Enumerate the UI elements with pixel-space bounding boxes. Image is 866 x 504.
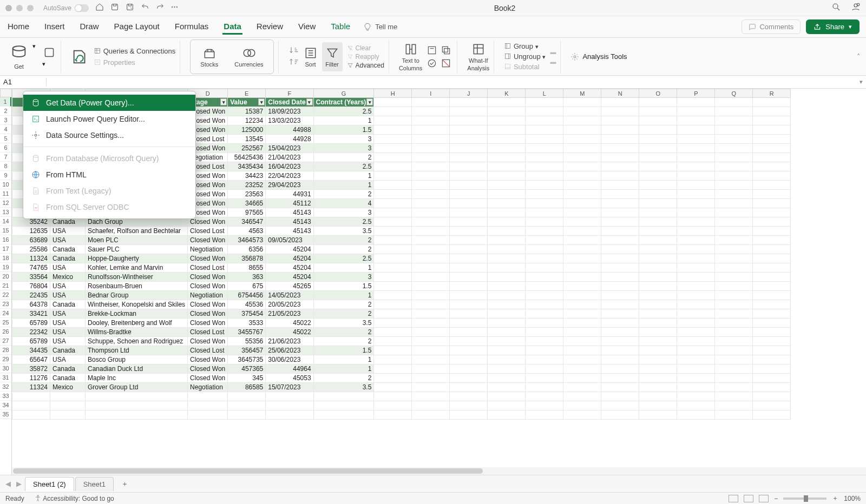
cell[interactable] (677, 199, 715, 208)
cell[interactable] (563, 135, 601, 144)
cell[interactable] (639, 263, 677, 273)
cell[interactable]: 3435434 (228, 162, 266, 171)
cell[interactable]: Closed Won (188, 282, 228, 291)
cell[interactable] (563, 291, 601, 300)
cell[interactable] (266, 401, 313, 410)
cell[interactable] (488, 337, 526, 346)
cell[interactable] (86, 392, 188, 401)
cell[interactable] (563, 125, 601, 135)
row-header[interactable]: 7 (0, 152, 11, 162)
cell[interactable]: 63689 (12, 236, 50, 245)
cell[interactable]: Closed Lost (188, 227, 228, 236)
cell[interactable] (266, 410, 313, 420)
cell[interactable] (412, 355, 450, 364)
cell[interactable] (601, 208, 639, 217)
row-header[interactable]: 3 (0, 116, 11, 125)
cell[interactable] (677, 383, 715, 392)
cell[interactable]: USA (50, 263, 86, 273)
cell[interactable] (753, 392, 791, 401)
cell[interactable]: 23563 (228, 190, 266, 199)
cell[interactable] (374, 190, 412, 199)
cell[interactable] (753, 383, 791, 392)
cell[interactable]: 675 (228, 282, 266, 291)
cell[interactable] (374, 291, 412, 300)
cell[interactable]: 2 (313, 190, 374, 199)
cell[interactable] (488, 291, 526, 300)
cell[interactable] (450, 355, 488, 364)
cell[interactable]: 3 (313, 135, 374, 144)
cell[interactable]: 21/05/2023 (266, 309, 313, 319)
cell[interactable] (639, 355, 677, 364)
cell[interactable] (677, 125, 715, 135)
cell[interactable]: 1.5 (313, 346, 374, 355)
cell[interactable] (313, 401, 374, 410)
cell[interactable] (639, 190, 677, 199)
cell[interactable] (639, 135, 677, 144)
cell[interactable] (715, 273, 753, 282)
cell[interactable] (753, 346, 791, 355)
row-header[interactable]: 6 (0, 143, 11, 152)
cell[interactable] (601, 153, 639, 162)
cell[interactable]: 45204 (266, 273, 313, 282)
cell[interactable]: 375454 (228, 309, 266, 319)
row-header[interactable]: 11 (0, 189, 11, 198)
get-data-button[interactable]: Get (10, 42, 28, 71)
cell[interactable]: USA (50, 227, 86, 236)
cell[interactable] (715, 171, 753, 181)
cell[interactable] (374, 227, 412, 236)
cell[interactable]: 45265 (266, 282, 313, 291)
cell[interactable]: 3645735 (228, 355, 266, 364)
cell[interactable] (677, 291, 715, 300)
cell[interactable] (412, 162, 450, 171)
cell[interactable]: 45143 (266, 217, 313, 227)
cell[interactable] (601, 309, 639, 319)
chevron-down-icon[interactable]: ▾ (42, 61, 56, 68)
cell[interactable]: 1.5 (313, 282, 374, 291)
sort-button[interactable]: Sort (304, 42, 318, 71)
cell[interactable] (374, 401, 412, 410)
text-to-columns-button[interactable]: Text to Columns (399, 42, 422, 71)
cell[interactable]: Bosco Group (86, 355, 188, 364)
cell[interactable]: Maple Inc (86, 374, 188, 383)
cell[interactable] (374, 236, 412, 245)
cell[interactable] (715, 337, 753, 346)
consolidate-icon[interactable] (441, 58, 451, 69)
cell[interactable] (412, 245, 450, 254)
cell[interactable]: Canada (50, 374, 86, 383)
cell[interactable]: Bednar Group (86, 291, 188, 300)
cell[interactable]: Thompson Ltd (86, 346, 188, 355)
cell[interactable] (715, 364, 753, 374)
cell[interactable] (715, 107, 753, 116)
cell[interactable]: Moen PLC (86, 236, 188, 245)
cell[interactable] (488, 346, 526, 355)
cell[interactable]: 45143 (266, 227, 313, 236)
cell[interactable] (412, 300, 450, 309)
cell[interactable] (488, 392, 526, 401)
cell[interactable] (601, 374, 639, 383)
cell[interactable] (526, 227, 563, 236)
cell[interactable] (601, 319, 639, 328)
cell[interactable] (450, 199, 488, 208)
cell[interactable]: Closed Won (188, 355, 228, 364)
sheet-tab-other[interactable]: Sheet1 (75, 477, 114, 491)
cell[interactable] (563, 98, 601, 107)
cell[interactable] (412, 273, 450, 282)
cell[interactable] (450, 263, 488, 273)
cell[interactable]: USA (50, 282, 86, 291)
cell[interactable]: 3.5 (313, 319, 374, 328)
cell[interactable] (450, 208, 488, 217)
cell[interactable]: 346547 (228, 217, 266, 227)
cell[interactable]: 3 (313, 273, 374, 282)
cell[interactable] (715, 162, 753, 171)
cell[interactable] (601, 346, 639, 355)
cell[interactable]: Canada (50, 245, 86, 254)
cell[interactable] (488, 236, 526, 245)
cell[interactable]: 34665 (228, 199, 266, 208)
ribbon-tab-home[interactable]: Home (6, 19, 30, 35)
cell[interactable] (715, 355, 753, 364)
cell[interactable]: Brekke-Lockman (86, 309, 188, 319)
cell[interactable] (412, 227, 450, 236)
row-header[interactable]: 25 (0, 318, 11, 327)
cell[interactable]: 45204 (266, 245, 313, 254)
redo-icon[interactable] (156, 3, 165, 13)
